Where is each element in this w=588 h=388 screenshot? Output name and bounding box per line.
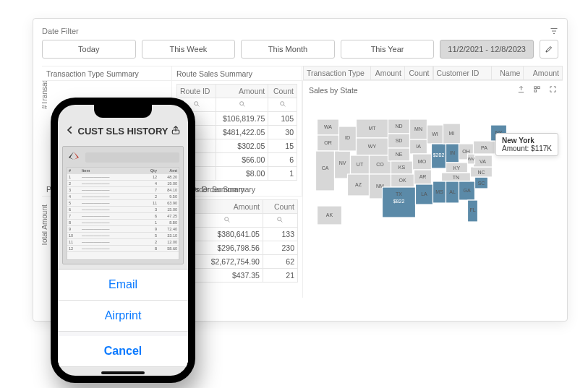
svg-text:MI: MI: [449, 131, 455, 136]
svg-point-90: [278, 217, 281, 221]
ylabel-total-amount: Total Amount: [42, 204, 48, 246]
col-route-id[interactable]: Route ID: [177, 85, 216, 98]
svg-text:WI: WI: [432, 132, 438, 137]
svg-text:AZ: AZ: [355, 182, 362, 187]
filter-this-week[interactable]: This Week: [142, 40, 236, 59]
svg-text:MS: MS: [435, 189, 443, 194]
svg-text:MT: MT: [368, 126, 376, 131]
fullscreen-icon[interactable]: [549, 86, 557, 95]
svg-text:ND: ND: [395, 124, 402, 129]
action-sheet: Email Airprint Cancel: [58, 269, 188, 367]
svg-text:IA: IA: [416, 144, 421, 149]
filter-icon[interactable]: [550, 26, 558, 35]
svg-text:AL: AL: [449, 189, 456, 194]
svg-text:TN: TN: [453, 175, 459, 180]
svg-text:AK: AK: [326, 212, 333, 217]
svg-text:KY: KY: [453, 165, 461, 171]
svg-text:TX: TX: [396, 191, 402, 197]
svg-text:WY: WY: [368, 144, 377, 149]
svg-text:KS: KS: [399, 165, 406, 170]
svg-text:CA: CA: [322, 165, 329, 171]
svg-rect-4: [537, 87, 540, 89]
svg-text:SD: SD: [396, 138, 403, 143]
panel-title-tx1: Transaction Type Summary: [42, 66, 172, 81]
export-icon[interactable]: [517, 86, 527, 95]
col-cust-id[interactable]: Customer ID: [433, 66, 492, 80]
date-filter-label: Date Filter: [42, 27, 79, 35]
svg-text:UT: UT: [357, 162, 364, 167]
report-preview[interactable]: #ItemQtyAmt 1———————1248.20 2———————419.…: [62, 146, 184, 264]
svg-text:$822: $822: [393, 199, 405, 204]
svg-text:IN: IN: [450, 150, 455, 155]
svg-text:MO: MO: [418, 159, 427, 164]
panel-title-route: Route Sales Summary: [172, 66, 302, 81]
filter-today[interactable]: Today: [42, 40, 136, 59]
svg-text:$202: $202: [433, 152, 445, 158]
tooltip-state: New York: [502, 137, 534, 145]
search-amount[interactable]: [216, 98, 268, 112]
col-amount[interactable]: Amount: [216, 85, 268, 98]
svg-text:WV: WV: [468, 157, 475, 161]
svg-text:ID: ID: [345, 135, 350, 140]
phone-mockup: CUST SLS HISTORY #ItemQtyAmt 1———————124…: [51, 98, 195, 383]
svg-text:FL: FL: [469, 207, 475, 212]
share-icon[interactable]: [171, 125, 181, 137]
search-count[interactable]: [268, 98, 297, 112]
map-title: Sales by State: [309, 86, 358, 95]
col-tx-count[interactable]: Count: [404, 66, 433, 80]
map-tooltip: New York Amount: $117K: [495, 133, 558, 156]
report-logo-icon: [67, 150, 81, 165]
svg-text:GA: GA: [463, 188, 470, 193]
col-so-count[interactable]: Count: [263, 200, 297, 214]
us-map[interactable]: WA OR CA NV ID MT WY UT AZ CO NM ND SD N…: [309, 98, 557, 249]
home-indicator[interactable]: [101, 371, 145, 374]
svg-text:OR: OR: [324, 140, 332, 145]
svg-text:OK: OK: [399, 178, 406, 183]
airprint-button[interactable]: Airprint: [58, 301, 188, 332]
svg-text:VA: VA: [480, 159, 486, 164]
phone-notch: [94, 105, 152, 118]
svg-point-0: [194, 102, 197, 105]
phone-title: CUST SLS HISTORY: [78, 126, 169, 137]
panel-sales-by-state: Sales by State Transaction Type: [302, 81, 563, 298]
filter-this-year[interactable]: This Year: [341, 40, 435, 59]
settings-icon[interactable]: [533, 86, 543, 95]
ylabel-transactions: #Transactions: [42, 81, 48, 109]
col-cust-name[interactable]: Name: [492, 66, 524, 80]
svg-point-2: [280, 102, 284, 105]
tooltip-amount: Amount: $117K: [502, 145, 552, 152]
back-icon[interactable]: [65, 124, 75, 139]
email-button[interactable]: Email: [58, 270, 188, 301]
cancel-button[interactable]: Cancel: [58, 336, 188, 367]
report-table: #ItemQtyAmt 1———————1248.20 2———————419.…: [67, 167, 179, 260]
svg-text:LA: LA: [421, 191, 427, 197]
svg-text:OH: OH: [462, 149, 470, 154]
svg-rect-3: [534, 87, 537, 89]
svg-rect-10: [316, 151, 335, 191]
col-so-amount[interactable]: Amount: [192, 200, 263, 214]
svg-point-1: [239, 102, 243, 105]
svg-text:CO: CO: [376, 162, 384, 167]
svg-text:NC: NC: [477, 170, 485, 175]
svg-text:NE: NE: [396, 152, 403, 157]
svg-rect-5: [534, 90, 537, 92]
svg-text:AR: AR: [419, 174, 427, 179]
filter-this-month[interactable]: This Month: [241, 40, 335, 59]
svg-point-89: [225, 217, 229, 221]
col-cust-amount[interactable]: Amount: [524, 66, 563, 80]
svg-text:SC: SC: [478, 181, 485, 186]
svg-text:NV: NV: [339, 160, 346, 165]
svg-text:PA: PA: [481, 145, 487, 150]
col-tx-type[interactable]: Transaction Type: [304, 66, 371, 80]
filter-custom-range[interactable]: 11/2/2021 - 12/8/2023: [440, 40, 534, 59]
col-tx-amount[interactable]: Amount: [370, 66, 404, 80]
svg-text:WA: WA: [324, 124, 332, 129]
edit-range-button[interactable]: [540, 40, 558, 59]
svg-text:MN: MN: [414, 126, 422, 132]
date-filter-buttons: Today This Week This Month This Year 11/…: [42, 40, 558, 59]
col-count[interactable]: Count: [268, 85, 297, 98]
